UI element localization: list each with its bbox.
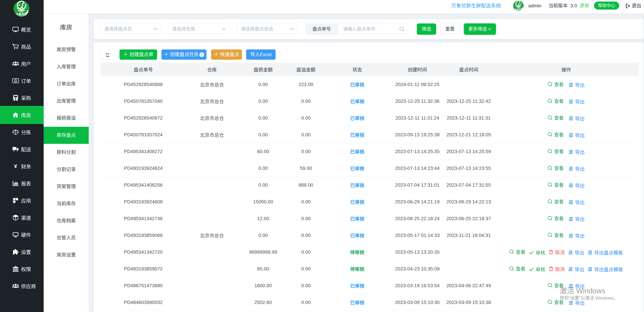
svg-text:1: 1 xyxy=(15,79,16,82)
svg-text:WAN XIANG YOU XIAN: WAN XIANG YOU XIAN xyxy=(16,16,27,16)
svg-text:万象优鲜: 万象优鲜 xyxy=(514,8,522,10)
svg-text:WAN XIANG YOU XIAN: WAN XIANG YOU XIAN xyxy=(515,10,522,11)
